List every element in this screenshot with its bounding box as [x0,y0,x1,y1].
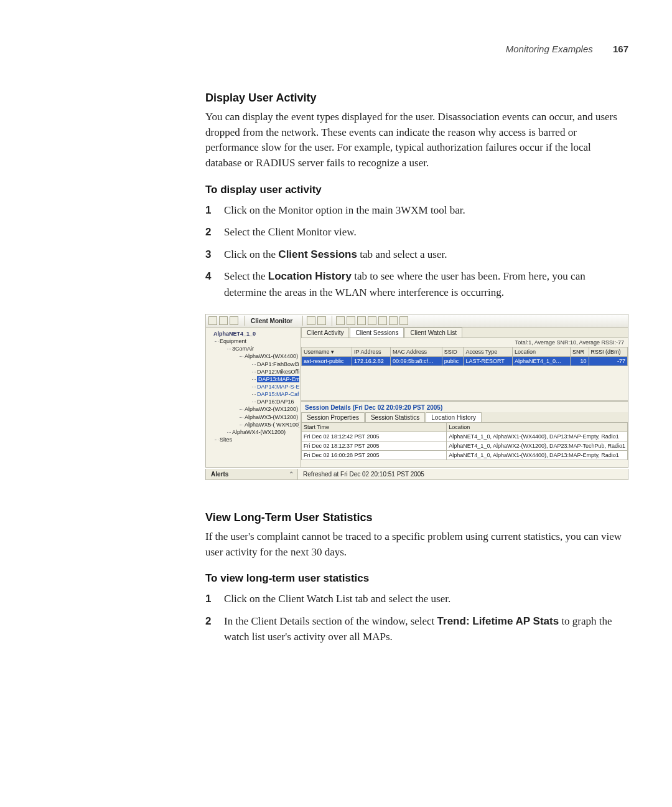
col-ssid[interactable]: SSID [442,347,464,357]
toolbar-separator [302,316,303,326]
col-ip[interactable]: IP Address [352,347,391,357]
col-username[interactable]: Username ▾ [302,347,352,357]
sessions-summary: Total:1, Average SNR:10, Average RSSI:-7… [301,338,628,347]
tab-client-activity[interactable]: Client Activity [301,328,349,337]
step-2: Select the Client Monitor view. [205,224,628,240]
col-access-type[interactable]: Access Type [464,347,513,357]
tab-client-watch-list[interactable]: Client Watch List [404,328,462,337]
toolbar-icon[interactable] [368,316,376,325]
toolbar-icon[interactable] [399,316,408,325]
col-snr[interactable]: SNR [571,347,589,357]
step-3-bold: Client Sessions [278,248,357,260]
alerts-panel-header[interactable]: Alerts ⌃ [206,469,298,479]
figure-toolbar: Client Monitor [205,314,628,328]
tree-dap[interactable]: DAP14:MAP-S-Empty [252,383,299,390]
tree-root[interactable]: AlphaNET4_1_0 [207,330,299,337]
step-3-b: tab and select a user. [357,248,447,260]
step-3: Click on the Client Sessions tab and sel… [205,247,628,263]
tab-location-history[interactable]: Location History [426,412,482,422]
cell-ip: 172.16.2.82 [352,357,391,366]
tree-dap[interactable]: DAP1:FishBowl352 [252,361,299,368]
toolbar-icon[interactable] [208,316,217,325]
alerts-bar: Alerts ⌃ Refreshed at Fri Dec 02 20:10:5… [205,469,628,480]
col-rssi[interactable]: RSSI (dBm) [589,347,627,357]
toolbar-forward-icon[interactable] [317,316,326,325]
table-row[interactable]: Fri Dec 02 16:00:28 PST 2005 AlphaNET4_1… [302,451,628,460]
running-head-page-number: 167 [613,44,628,54]
toolbar-icon[interactable] [389,316,398,325]
cell-ssid: public [442,357,464,366]
procedure-steps: Click on the Client Watch List tab and s… [205,591,628,645]
step-1: Click on the Monitor option in the main … [205,202,628,219]
tab-session-properties[interactable]: Session Properties [301,412,365,422]
col-location[interactable]: Location [513,347,571,357]
page-header: Monitoring Examples 167 [44,44,628,54]
intro-paragraph: You can display the event types displaye… [205,110,628,171]
tabs-top: Client Activity Client Sessions Client W… [301,328,628,338]
running-head-section: Monitoring Examples [506,44,593,54]
cell-start-time: Fri Dec 02 18:12:37 PST 2005 [302,441,447,451]
cell-username: ast-resort-public [302,357,352,366]
step-1: Click on the Client Watch List tab and s… [205,591,628,607]
col-start-time[interactable]: Start Time [302,423,447,432]
cell-location: AlphaNET4_1_0, AlphaWX1-(WX4400), DAP13:… [447,432,628,441]
table-row[interactable]: Fri Dec 02 18:12:42 PST 2005 AlphaNET4_1… [302,432,628,441]
table-row[interactable]: ast-resort-public 172.16.2.82 00:09:5b:a… [302,357,628,366]
toolbar-icon[interactable] [357,316,366,325]
alerts-label-text: Alerts [211,471,228,478]
figure-client-monitor: Client Monitor AlphaNET4_1_0 Equipment 3… [205,314,628,480]
tabs-session: Session Properties Session Statistics Lo… [301,412,628,422]
cell-rssi: -77 [589,357,627,366]
location-history-table[interactable]: Start Time Location Fri Dec 02 18:12:42 … [301,422,628,460]
intro-paragraph: If the user's complaint cannot be traced… [205,529,628,560]
tree-dap[interactable]: DAP15:MAP-Cafe-Ext [252,390,299,398]
toolbar-icon[interactable] [219,316,228,325]
procedure-steps: Click on the Monitor option in the main … [205,202,628,301]
col-mac[interactable]: MAC Address [390,347,442,357]
tab-session-statistics[interactable]: Session Statistics [365,412,425,422]
cell-start-time: Fri Dec 02 16:00:28 PST 2005 [302,451,447,460]
toolbar-separator [332,316,332,326]
procedure-heading-display-user-activity: To display user activity [205,184,628,196]
tree-sites[interactable]: Sites [215,436,299,443]
tree-wx3[interactable]: AlphaWX3-(WX1200) [240,413,299,421]
cell-location: AlphaNET4_1_0, AlphaWX1-(WX4400), DAP13:… [447,451,628,460]
col-location[interactable]: Location [447,423,628,432]
client-sessions-table[interactable]: Username ▾ IP Address MAC Address SSID A… [301,347,628,366]
step-4-bold: Location History [268,270,352,282]
tree-equipment[interactable]: Equipment 3ComAir AlphaWX1-(WX4400) DAP1… [215,337,299,436]
table-row[interactable]: Fri Dec 02 18:12:37 PST 2005 AlphaNET4_1… [302,441,628,451]
toolbar-icon[interactable] [378,316,387,325]
tree-3comair[interactable]: 3ComAir AlphaWX1-(WX4400) DAP1:FishBowl3… [227,345,299,428]
toolbar-title: Client Monitor [251,318,292,324]
tree-wx1[interactable]: AlphaWX1-(WX4400) DAP1:FishBowl352 DAP12… [240,352,299,405]
cell-access: LAST-RESORT [464,357,513,366]
toolbar-back-icon[interactable] [307,316,315,325]
procedure-heading-long-term-stats: To view long-term user statistics [205,572,628,585]
step-2: In the Client Details section of the win… [205,613,628,645]
tree-dap-selected[interactable]: DAP13:MAP-Empty [252,375,299,383]
tree-wx2[interactable]: AlphaWX2-(WX1200) [240,405,299,413]
toolbar-icon[interactable] [347,316,355,325]
session-details-title: Session Details (Fri Dec 02 20:09:20 PST… [301,401,628,412]
tab-client-sessions[interactable]: Client Sessions [350,328,404,337]
tree-dap[interactable]: DAP12:MikesOffice [252,368,299,375]
alerts-status-text: Refreshed at Fri Dec 02 20:10:51 PST 200… [298,469,628,479]
step-2-a: In the Client Details section of the win… [224,615,437,627]
alerts-collapse-icon[interactable]: ⌃ [289,471,294,478]
step-2-bold: Trend: Lifetime AP Stats [437,615,559,627]
cell-snr: 10 [571,357,589,366]
tree-wx5[interactable]: AlphaWX5-( WXR100) [240,421,299,428]
toolbar-icon[interactable] [336,316,345,325]
navigation-tree[interactable]: AlphaNET4_1_0 Equipment 3ComAir AlphaWX1… [206,328,301,467]
toolbar-icon[interactable] [230,316,238,325]
tree-dap[interactable]: DAP16:DAP16 [252,398,299,405]
cell-location: AlphaNET4_1_0… [513,357,571,366]
cell-mac: 00:09:5b:a8:cf… [390,357,442,366]
step-4: Select the Location History tab to see w… [205,268,628,300]
toolbar-separator [244,316,245,326]
step-3-a: Click on the [224,248,278,260]
tree-wx4[interactable]: AlphaWX4-(WX1200) [227,428,299,436]
section-heading-long-term-stats: View Long-Term User Statistics [205,511,628,524]
cell-location: AlphaNET4_1_0, AlphaWX2-(WX1200), DAP23:… [447,441,628,451]
